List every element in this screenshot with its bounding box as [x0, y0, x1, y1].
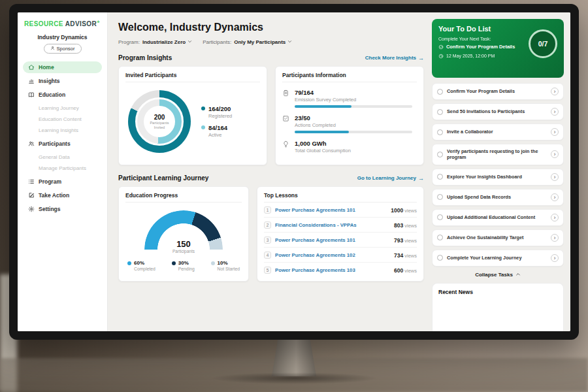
chevron-right-icon[interactable]: › [551, 193, 559, 201]
sidebar-subitem-label: Education Content [39, 116, 82, 122]
todo-task-row[interactable]: Upload Additional Educational Content › [432, 209, 564, 226]
check-more-insights-link[interactable]: Check More Insights → [365, 55, 424, 61]
sidebar-item-learning-journey[interactable]: Learning Journey [23, 103, 102, 114]
sidebar-item-label: Home [39, 64, 54, 71]
photo-background: RESOURCE ADVISOR+ Industry Dynamics Spon… [0, 0, 588, 392]
chevron-right-icon[interactable]: › [551, 234, 559, 242]
sidebar-item-manage-participants[interactable]: Manage Participants [23, 163, 102, 174]
todo-task-row[interactable]: Upload Spend Data Records › [432, 189, 564, 206]
survey-icon [282, 90, 289, 97]
sidebar-item-participants[interactable]: Participants [23, 138, 102, 150]
invited-donut-inner-ring: 200 Participants Invited [135, 97, 184, 146]
sidebar-item-take-action[interactable]: Take Action [23, 189, 102, 201]
collapse-tasks-link[interactable]: Collapse Tasks [432, 272, 564, 278]
todo-task-row[interactable]: Invite a Collaborator › [432, 123, 564, 140]
invited-participants-chart: 200 Participants Invited [125, 82, 260, 153]
lesson-views-unit: views [404, 223, 417, 229]
chevron-right-icon[interactable]: › [551, 108, 559, 116]
sidebar-item-label: Settings [39, 206, 61, 212]
lesson-name-link[interactable]: Financial Considerations - VPPAs [275, 222, 390, 228]
legend-value: 84/164 [208, 124, 227, 131]
main-content: Welcome, Industry Dynamics Program: Indu… [108, 12, 432, 331]
task-checkbox[interactable] [437, 214, 443, 220]
sidebar-item-insights[interactable]: Insights [23, 75, 102, 87]
todo-task-row[interactable]: Send 50 Invitations to Participants › [432, 103, 564, 120]
todo-task-row[interactable]: Confirm Your Program Details › [432, 83, 564, 100]
task-checkbox[interactable] [437, 174, 443, 180]
todo-due-label: 12 May 2025, 12:00 PM [446, 54, 495, 58]
legend-dot [127, 261, 131, 265]
task-label: Send 50 Invitations to Participants [447, 108, 547, 114]
todo-next-task[interactable]: Confirm Your Program Details [438, 44, 522, 50]
participants-icon [28, 140, 35, 147]
todo-task-row[interactable]: Explore Your Insights Dashboard › [432, 169, 564, 186]
sidebar-item-label: Insights [39, 78, 60, 84]
chevron-right-icon[interactable]: › [551, 88, 559, 95]
task-checkbox[interactable] [437, 129, 443, 135]
lesson-views-value: 1000 [391, 207, 403, 214]
metric-label: Emission Survey Completed [295, 97, 417, 103]
lesson-row[interactable]: 5 Power Purchase Agreements 103 600views [264, 263, 417, 277]
link-label: Check More Insights [365, 55, 416, 61]
participants-filter-dropdown[interactable]: Only My Participants [234, 39, 292, 45]
lesson-name-link[interactable]: Power Purchase Agreements 101 [275, 237, 390, 243]
lesson-name-link[interactable]: Power Purchase Agreements 101 [275, 207, 387, 213]
task-label: Upload Spend Data Records [447, 194, 547, 200]
lesson-row[interactable]: 3 Power Purchase Agreements 101 793views [264, 233, 417, 248]
gauge-center-value: 150 [144, 239, 223, 249]
sponsor-icon [50, 46, 55, 52]
education-progress-card: Education Progress 150 Participants [118, 186, 249, 282]
sponsor-badge[interactable]: Sponsor [44, 44, 82, 54]
lesson-row[interactable]: 1 Power Purchase Agreements 101 1000view… [264, 203, 417, 218]
chevron-right-icon[interactable]: › [551, 254, 559, 262]
task-checkbox[interactable] [437, 235, 443, 240]
lesson-name-link[interactable]: Power Purchase Agreements 103 [275, 267, 390, 273]
go-to-learning-journey-link[interactable]: Go to Learning Journey → [357, 175, 424, 182]
sidebar-item-education[interactable]: Education [23, 89, 102, 101]
program-filter-label: Program: [118, 39, 140, 45]
legend-dot [201, 125, 205, 129]
lesson-rank: 2 [264, 221, 271, 229]
lesson-row[interactable]: 2 Financial Considerations - VPPAs 803vi… [264, 218, 417, 233]
sidebar-item-home[interactable]: Home [23, 61, 102, 73]
lesson-name-link[interactable]: Power Purchase Agreements 102 [275, 252, 390, 258]
todo-task-row[interactable]: Achieve One Sustainability Target › [432, 229, 564, 246]
sidebar-item-education-content[interactable]: Education Content [23, 114, 102, 125]
chevron-right-icon[interactable]: › [551, 173, 559, 181]
chevron-right-icon[interactable]: › [551, 150, 559, 158]
sidebar-subitem-label: General Data [39, 154, 70, 160]
learning-journey-cards: Education Progress 150 Participants [118, 186, 424, 282]
task-label: Complete Your Learning Journey [447, 255, 547, 261]
task-checkbox[interactable] [437, 152, 443, 157]
program-icon [28, 178, 35, 185]
task-checkbox[interactable] [437, 109, 443, 115]
sidebar-item-learning-insights[interactable]: Learning Insights [23, 125, 102, 136]
logo-primary-text: RESOURCE [24, 20, 63, 27]
monitor-stand [272, 338, 316, 376]
todo-task-row[interactable]: Complete Your Learning Journey › [432, 250, 564, 267]
sidebar: RESOURCE ADVISOR+ Industry Dynamics Spon… [18, 12, 108, 331]
metric-actions-completed: 23/50 Actions Completed [282, 114, 417, 133]
lesson-row[interactable]: 4 Power Purchase Agreements 102 734views [264, 248, 417, 263]
arrow-right-icon: → [418, 175, 424, 182]
chevron-right-icon[interactable]: › [551, 128, 559, 136]
program-filter-dropdown[interactable]: Industrialize Zero [142, 39, 192, 45]
sidebar-item-program[interactable]: Program [23, 176, 102, 188]
chevron-right-icon[interactable]: › [551, 214, 559, 221]
legend-dot [201, 106, 205, 110]
learning-journey-header: Participant Learning Journey Go to Learn… [118, 174, 424, 182]
participants-information-card: Participants Information 79/164 Emission… [275, 66, 424, 165]
task-checkbox[interactable] [437, 89, 443, 95]
emission-survey-progressbar [295, 105, 412, 108]
task-label: Achieve One Sustainability Target [447, 235, 547, 240]
task-label: Upload Additional Educational Content [447, 214, 547, 220]
todo-task-row[interactable]: Verify participants requesting to join t… [432, 144, 564, 165]
program-filter-value: Industrialize Zero [142, 39, 186, 45]
task-checkbox[interactable] [437, 194, 443, 200]
lesson-views-unit: views [404, 268, 417, 274]
participants-filter-value: Only My Participants [234, 39, 286, 45]
task-checkbox[interactable] [437, 255, 443, 261]
sidebar-item-general-data[interactable]: General Data [23, 152, 102, 163]
sidebar-item-settings[interactable]: Settings [23, 203, 102, 215]
page-title: Welcome, Industry Dynamics [118, 22, 424, 33]
